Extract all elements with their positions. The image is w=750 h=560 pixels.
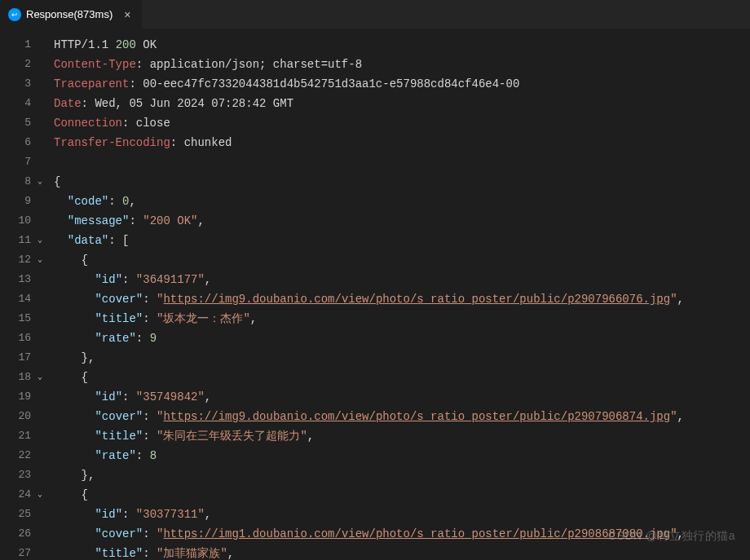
code-token: 200 [116, 38, 136, 51]
code-token: , [307, 430, 314, 443]
line-number: 13 [15, 270, 31, 289]
code-token: "message" [68, 214, 130, 227]
code-token: : [122, 390, 136, 403]
code-token: { [54, 371, 88, 384]
response-icon: ↩ [8, 8, 21, 21]
code-token: "cover" [95, 293, 143, 306]
code-line[interactable]: HTTP/1.1 200 OK [47, 35, 750, 55]
code-token: HTTP/1.1 [54, 38, 116, 51]
tab-response[interactable]: ↩ Response(873ms) × [0, 0, 143, 29]
code-token: "title" [95, 547, 143, 560]
code-token: : [122, 273, 136, 286]
line-number: 9 [15, 192, 31, 211]
code-token: : [129, 214, 143, 227]
code-line[interactable]: "data": [ [47, 231, 750, 250]
fold-icon[interactable]: ⌄ [34, 368, 42, 387]
code-line[interactable]: { [47, 172, 750, 192]
code-line[interactable]: "id": "30377311", [47, 505, 750, 524]
url-link[interactable]: https://img9.doubanio.com/view/photo/s_r… [163, 410, 670, 423]
code-line[interactable]: { [47, 485, 750, 505]
code-line[interactable]: "rate": 8 [47, 446, 750, 465]
code-line[interactable]: Connection: close [47, 113, 750, 133]
code-line[interactable]: }, [47, 348, 750, 368]
code-token: : [143, 430, 157, 443]
close-icon[interactable]: × [121, 8, 134, 21]
gutter-line: 22 [0, 446, 47, 465]
code-line[interactable]: "title": "朱同在三年级丢失了超能力", [47, 426, 750, 446]
code-token: : [143, 312, 157, 325]
code-line[interactable]: Content-Type: application/json; charset=… [47, 55, 750, 74]
code-token: "title" [95, 312, 143, 325]
code-token [54, 527, 95, 540]
line-number: 8 [15, 172, 31, 192]
line-number: 22 [15, 446, 31, 465]
gutter-line: 14 [0, 289, 47, 309]
gutter-line: 21 [0, 426, 47, 446]
code-content[interactable]: HTTP/1.1 200 OKContent-Type: application… [47, 29, 750, 560]
code-token: { [54, 488, 88, 501]
gutter-line: 13 [0, 270, 47, 289]
code-token [54, 293, 95, 306]
code-line[interactable]: "cover": "https://img9.doubanio.com/view… [47, 407, 750, 426]
code-token: "cover" [95, 410, 143, 423]
code-token: : [122, 508, 136, 521]
code-line[interactable]: "id": "35749842", [47, 387, 750, 407]
line-number: 15 [15, 309, 31, 329]
line-number: 27 [15, 544, 31, 560]
code-token: "200 OK" [143, 214, 197, 227]
code-line[interactable]: "message": "200 OK", [47, 211, 750, 231]
code-line[interactable]: "rate": 9 [47, 329, 750, 348]
line-number: 10 [15, 211, 31, 231]
line-number: 4 [15, 94, 31, 113]
line-number: 26 [15, 524, 31, 544]
code-token [54, 234, 68, 247]
code-token [54, 273, 95, 286]
code-token: : [143, 410, 157, 423]
code-line[interactable]: "title": "坂本龙一：杰作", [47, 309, 750, 329]
code-line[interactable]: }, [47, 465, 750, 485]
code-line[interactable] [47, 152, 750, 172]
tab-bar: ↩ Response(873ms) × [0, 0, 750, 29]
code-token: : [ [108, 234, 129, 247]
watermark: CSDN @特立独行的猫a [608, 529, 735, 544]
code-line[interactable]: "title": "加菲猫家族", [47, 544, 750, 560]
editor-area[interactable]: 12345678⌄91011⌄12⌄131415161718⌄192021222… [0, 29, 750, 560]
code-line[interactable]: "cover": "https://img9.doubanio.com/view… [47, 289, 750, 309]
code-token [54, 312, 95, 325]
code-line[interactable]: Transfer-Encoding: chunked [47, 133, 750, 152]
gutter-line: 5 [0, 113, 47, 133]
url-link[interactable]: https://img1.doubanio.com/view/photo/s_r… [163, 527, 670, 540]
fold-icon[interactable]: ⌄ [34, 172, 42, 192]
gutter-line: 26 [0, 524, 47, 544]
gutter-line: 19 [0, 387, 47, 407]
code-token: , [129, 195, 135, 208]
line-number: 7 [15, 152, 31, 172]
fold-icon[interactable]: ⌄ [34, 485, 42, 505]
code-token: 9 [150, 332, 157, 345]
line-number: 19 [15, 387, 31, 407]
fold-icon[interactable]: ⌄ [34, 231, 42, 250]
fold-icon[interactable]: ⌄ [34, 250, 42, 270]
code-line[interactable]: { [47, 368, 750, 387]
code-token: "36491177" [136, 273, 205, 286]
url-link[interactable]: https://img9.doubanio.com/view/photo/s_r… [163, 293, 670, 306]
gutter-line: 7 [0, 152, 47, 172]
code-line[interactable]: { [47, 250, 750, 270]
code-line[interactable]: Date: Wed, 05 Jun 2024 07:28:42 GMT [47, 94, 750, 113]
gutter-line: 18⌄ [0, 368, 47, 387]
line-number: 23 [15, 465, 31, 485]
code-line[interactable]: "code": 0, [47, 192, 750, 211]
code-line[interactable]: "id": "36491177", [47, 270, 750, 289]
gutter-line: 27 [0, 544, 47, 560]
gutter-line: 20 [0, 407, 47, 426]
code-token: "id" [95, 273, 122, 286]
code-line[interactable]: Traceparent: 00-eec47fc7332044381d4b5427… [47, 74, 750, 94]
code-token [54, 508, 95, 521]
code-token: : application/json; charset=utf-8 [136, 58, 362, 71]
gutter-line: 12⌄ [0, 250, 47, 270]
code-token: : [143, 293, 157, 306]
code-token: "code" [68, 195, 108, 208]
code-token: "rate" [95, 449, 135, 462]
code-token: , [197, 214, 204, 227]
code-token: "朱同在三年级丢失了超能力" [157, 430, 307, 443]
